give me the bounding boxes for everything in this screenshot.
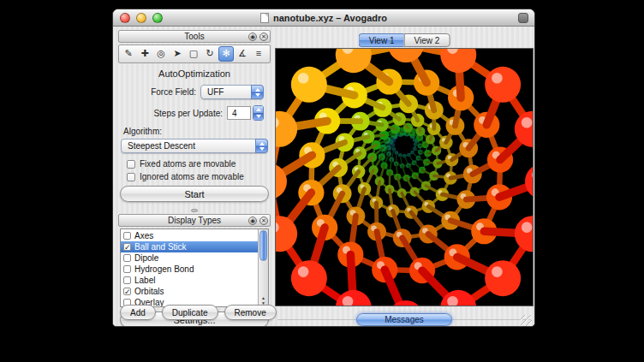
molecule-canvas bbox=[276, 49, 533, 306]
display-types-actions: Add Duplicate Remove bbox=[120, 305, 277, 320]
autooptimization-title: AutoOptimization bbox=[118, 68, 271, 79]
list-scrollbar[interactable]: ▲▼ bbox=[258, 229, 268, 306]
window-controls bbox=[120, 13, 163, 23]
dipole-checkbox[interactable] bbox=[123, 254, 131, 262]
tools-panel-title: Tools bbox=[184, 32, 204, 41]
measure-tool-icon[interactable]: ∡ bbox=[235, 46, 250, 62]
display-detach-icon[interactable]: ◉ bbox=[248, 217, 257, 225]
tools-panel-buttons: ◉ ✕ bbox=[248, 33, 268, 41]
stepper-up-icon[interactable] bbox=[253, 106, 263, 113]
dropdown-arrows-icon bbox=[251, 85, 264, 99]
display-types-panel-title: Display Types bbox=[168, 216, 221, 225]
window-content: Tools ◉ ✕ ✎ ✚ ◎ ➤ ▢ ↻ ✻ ∡ ≡ AutoOptimiza… bbox=[113, 27, 534, 326]
axes-checkbox[interactable] bbox=[123, 232, 131, 240]
viewer-pane: View 1 View 2 Messages bbox=[275, 27, 534, 326]
steps-stepper[interactable] bbox=[253, 105, 264, 121]
label-checkbox[interactable] bbox=[123, 276, 131, 284]
view-tabs: View 1 View 2 bbox=[359, 33, 450, 47]
list-item-hydrogen-bond[interactable]: Hydrogen Bond bbox=[121, 264, 258, 275]
ignored-atoms-label: Ignored atoms are movable bbox=[140, 172, 244, 181]
navigate-tool-icon[interactable]: ✚ bbox=[137, 46, 152, 62]
fixed-atoms-checkbox-row[interactable]: Fixed atoms are movable bbox=[127, 159, 271, 169]
resize-grip-icon[interactable] bbox=[521, 315, 532, 326]
list-item-ball-and-stick[interactable]: ✓ Ball and Stick bbox=[121, 241, 258, 252]
force-field-label: Force Field: bbox=[151, 87, 196, 97]
steps-label: Steps per Update: bbox=[153, 109, 223, 118]
manipulate-tool-icon[interactable]: ➤ bbox=[170, 46, 185, 62]
tool-toolbar: ✎ ✚ ◎ ➤ ▢ ↻ ✻ ∡ ≡ bbox=[118, 45, 271, 63]
auto-rotate-tool-icon[interactable]: ↻ bbox=[202, 46, 218, 62]
ball-and-stick-checkbox[interactable]: ✓ bbox=[123, 243, 131, 251]
steps-value-field[interactable]: 4 bbox=[227, 106, 251, 120]
remove-button[interactable]: Remove bbox=[224, 305, 277, 320]
stepper-down-icon[interactable] bbox=[253, 113, 263, 121]
document-icon bbox=[260, 13, 269, 23]
steps-spinbox: 4 bbox=[227, 105, 264, 121]
panel-splitter[interactable] bbox=[118, 206, 271, 214]
algorithm-value: Steepest Descent bbox=[128, 141, 195, 151]
orbitals-checkbox[interactable]: ✓ bbox=[123, 288, 131, 295]
select-tool-icon[interactable]: ▢ bbox=[186, 46, 201, 62]
minimize-window-button[interactable] bbox=[136, 13, 146, 23]
display-close-icon[interactable]: ✕ bbox=[259, 217, 268, 225]
tools-close-icon[interactable]: ✕ bbox=[259, 33, 268, 41]
list-item-axes[interactable]: Axes bbox=[121, 230, 258, 241]
hydrogen-bond-checkbox[interactable] bbox=[123, 265, 131, 273]
scrollbar-thumb[interactable] bbox=[259, 230, 267, 261]
window-title-text: nanotube.xyz – Avogadro bbox=[273, 13, 387, 23]
tools-sidebar: Tools ◉ ✕ ✎ ✚ ◎ ➤ ▢ ↻ ✻ ∡ ≡ AutoOptimiza… bbox=[118, 30, 271, 323]
list-item-orbitals[interactable]: ✓ Orbitals bbox=[121, 286, 258, 297]
tab-view-2[interactable]: View 2 bbox=[404, 33, 450, 47]
display-types-list: Axes ✓ Ball and Stick Dipole Hydrogen Bo… bbox=[120, 228, 269, 307]
list-item-dipole[interactable]: Dipole bbox=[121, 252, 258, 264]
force-field-dropdown[interactable]: UFF bbox=[200, 85, 264, 99]
bond-centric-tool-icon[interactable]: ◎ bbox=[153, 46, 169, 62]
title-bar[interactable]: nanotube.xyz – Avogadro bbox=[113, 9, 534, 27]
list-item-label[interactable]: Label bbox=[121, 275, 258, 286]
tools-detach-icon[interactable]: ◉ bbox=[248, 33, 257, 41]
app-window: nanotube.xyz – Avogadro Tools ◉ ✕ ✎ ✚ ◎ … bbox=[112, 9, 535, 327]
fixed-atoms-checkbox[interactable] bbox=[127, 160, 135, 169]
draw-tool-icon[interactable]: ✎ bbox=[121, 46, 136, 62]
molecule-viewport[interactable] bbox=[275, 48, 534, 306]
start-button[interactable]: Start bbox=[120, 186, 269, 202]
tools-panel-header[interactable]: Tools ◉ ✕ bbox=[118, 30, 271, 43]
ignored-atoms-checkbox-row[interactable]: Ignored atoms are movable bbox=[127, 172, 271, 181]
toolbar-pill-icon[interactable] bbox=[518, 13, 528, 23]
add-button[interactable]: Add bbox=[120, 305, 156, 320]
algorithm-label: Algorithm: bbox=[123, 127, 271, 136]
align-tool-icon[interactable]: ≡ bbox=[251, 46, 266, 62]
force-field-value: UFF bbox=[207, 87, 224, 97]
zoom-window-button[interactable] bbox=[152, 13, 163, 23]
steps-row: Steps per Update: 4 bbox=[120, 105, 264, 121]
display-types-panel-header[interactable]: Display Types ◉ ✕ bbox=[118, 214, 271, 227]
display-types-rows: Axes ✓ Ball and Stick Dipole Hydrogen Bo… bbox=[121, 230, 258, 307]
fixed-atoms-label: Fixed atoms are movable bbox=[140, 159, 236, 169]
ignored-atoms-checkbox[interactable] bbox=[127, 173, 135, 181]
duplicate-button[interactable]: Duplicate bbox=[162, 305, 218, 320]
auto-optimize-tool-icon[interactable]: ✻ bbox=[218, 46, 234, 62]
dropdown-arrows-icon bbox=[255, 139, 268, 153]
display-types-panel-buttons: ◉ ✕ bbox=[248, 217, 268, 225]
window-title: nanotube.xyz – Avogadro bbox=[260, 13, 387, 23]
algorithm-dropdown[interactable]: Steepest Descent bbox=[121, 139, 268, 153]
messages-button[interactable]: Messages bbox=[356, 313, 452, 326]
close-window-button[interactable] bbox=[120, 13, 130, 23]
force-field-row: Force Field: UFF bbox=[120, 85, 264, 99]
tab-view-1[interactable]: View 1 bbox=[359, 33, 404, 47]
